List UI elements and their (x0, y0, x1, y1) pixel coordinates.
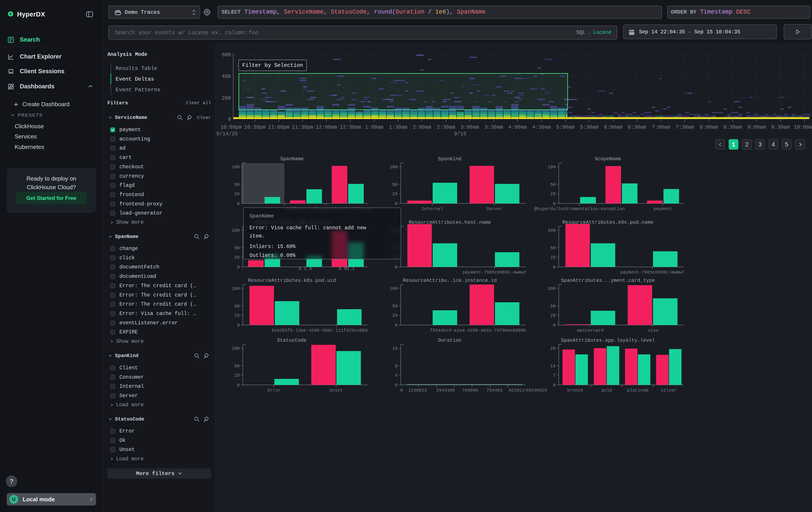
svg-text:99930810: 99930810 (526, 388, 547, 393)
svg-text:bronze: bronze (567, 388, 583, 393)
svg-text:2:00am: 2:00am (413, 125, 431, 130)
svg-text:25: 25 (392, 191, 398, 196)
svg-text:12:00am: 12:00am (316, 125, 337, 130)
svg-text:16: 16 (392, 346, 398, 351)
svg-text:f5344ec9-a1ea-4290-a62a-78f5be: f5344ec9-a1ea-4290-a62a-78f5bee8d90b (430, 328, 526, 333)
svg-text:ResourceAttributes.k8s.pod.uid: ResourceAttributes.k8s.pod.uid (248, 278, 336, 284)
svg-text:5:30am: 5:30am (580, 125, 599, 130)
svg-text:6:30am: 6:30am (628, 125, 646, 130)
svg-text:3:00am: 3:00am (461, 125, 479, 130)
svg-text:100: 100 (232, 346, 240, 351)
svg-text:11:00pm: 11:00pm (268, 125, 290, 130)
svg-text:50: 50 (550, 182, 556, 187)
svg-text:0.51.1: 0.51.1 (339, 266, 355, 271)
svg-text:5:00am: 5:00am (556, 125, 575, 130)
svg-text:1:30am: 1:30am (389, 125, 408, 130)
svg-text:8:30am: 8:30am (724, 125, 742, 130)
svg-text:9:30am: 9:30am (771, 125, 790, 130)
svg-text:platinum: platinum (627, 388, 648, 393)
svg-text:0: 0 (228, 116, 231, 122)
svg-text:7: 7 (553, 373, 556, 378)
svg-text:SpanKind: SpanKind (438, 156, 461, 162)
svg-text:4:30am: 4:30am (532, 125, 551, 130)
svg-text:SpanAttributes...yment.card_ty: SpanAttributes...yment.card_type (561, 278, 655, 284)
svg-text:ScopeName: ScopeName (595, 156, 621, 162)
svg-text:9:00am: 9:00am (748, 125, 766, 130)
svg-text:2944180: 2944180 (436, 388, 455, 393)
svg-text:100: 100 (232, 286, 240, 291)
svg-text:600: 600 (222, 52, 231, 58)
svg-text:gold: gold (601, 388, 612, 393)
svg-text:4:00am: 4:00am (509, 125, 527, 130)
svg-text:50: 50 (234, 182, 240, 187)
svg-text:25: 25 (234, 255, 240, 260)
svg-text:0: 0 (553, 383, 556, 388)
svg-text:0.1.0: 0.1.0 (299, 266, 312, 271)
svg-text:9/14/25: 9/14/25 (216, 131, 238, 137)
svg-text:25: 25 (550, 313, 556, 318)
svg-text:Error: Error (267, 388, 281, 393)
svg-text:0: 0 (237, 265, 240, 270)
svg-text:8:00am: 8:00am (700, 125, 718, 130)
svg-text:@hyperdx/instrumentation-excep: @hyperdx/instrumentation-exception (534, 206, 625, 212)
svg-text:10:00pm: 10:00pm (220, 125, 242, 130)
svg-text:0: 0 (237, 383, 240, 388)
svg-text:1198813: 1198813 (408, 388, 427, 393)
svg-text:7:00am: 7:00am (652, 125, 670, 130)
svg-text:822013: 822013 (509, 388, 525, 393)
svg-text:0: 0 (395, 265, 398, 270)
svg-text:14: 14 (550, 363, 556, 369)
svg-text:SpanAttributes.app.loyalty.lev: SpanAttributes.app.loyalty.level (561, 338, 655, 343)
svg-text:ResourceAttributes.host.name: ResourceAttributes.host.name (409, 220, 491, 225)
svg-text:100: 100 (548, 228, 556, 233)
svg-text:10:30pm: 10:30pm (244, 125, 266, 130)
svg-text:50: 50 (392, 182, 398, 187)
svg-text:7:30am: 7:30am (676, 125, 694, 130)
svg-text:25: 25 (550, 191, 556, 196)
svg-text:0: 0 (400, 388, 403, 393)
svg-text:100: 100 (389, 286, 398, 291)
svg-text:payment-7985c8969c-mwmw7: payment-7985c8969c-mwmw7 (462, 270, 526, 275)
svg-text:11:30pm: 11:30pm (292, 125, 314, 130)
svg-text:25: 25 (392, 313, 398, 318)
svg-text:25: 25 (234, 191, 240, 196)
svg-text:Unset: Unset (329, 388, 343, 393)
svg-text:mastercard: mastercard (577, 328, 604, 333)
svg-text:4: 4 (395, 373, 398, 378)
svg-text:703098: 703098 (462, 388, 478, 393)
svg-text:100: 100 (389, 164, 398, 170)
svg-text:50: 50 (234, 304, 240, 309)
svg-text:100: 100 (232, 228, 240, 233)
svg-text:50: 50 (392, 304, 398, 309)
svg-text:SpanName: SpanName (280, 156, 304, 162)
svg-text:25: 25 (234, 313, 240, 318)
svg-text:payment-7985c8969c-mwmw7: payment-7985c8969c-mwmw7 (620, 270, 685, 275)
svg-text:12:30am: 12:30am (340, 125, 361, 130)
svg-text:payment: payment (654, 206, 672, 212)
svg-text:50: 50 (550, 304, 556, 309)
svg-text:ResourceAttributes.k8s.pod.nam: ResourceAttributes.k8s.pod.name (562, 220, 653, 225)
svg-text:0: 0 (553, 265, 556, 270)
svg-text:Duration: Duration (438, 338, 462, 343)
svg-text:Server: Server (487, 206, 502, 212)
svg-text:759483: 759483 (487, 388, 502, 393)
svg-text:0: 0 (553, 323, 556, 328)
svg-text:6:00am: 6:00am (604, 125, 622, 130)
svg-text:200: 200 (222, 96, 231, 101)
svg-text:50: 50 (234, 246, 240, 251)
svg-text:0: 0 (553, 201, 556, 206)
svg-text:100: 100 (232, 164, 240, 170)
svg-text:Internal: Internal (422, 206, 443, 212)
svg-text:silver: silver (661, 388, 677, 393)
svg-text:10:00am: 10:00am (794, 125, 812, 130)
svg-text:5e02b5fb-13ae-4296-bbbc-111f42: 5e02b5fb-13ae-4296-bbbc-111f423c460d (271, 328, 368, 333)
svg-text:StatusCode: StatusCode (277, 338, 307, 343)
svg-text:3:30am: 3:30am (485, 125, 503, 130)
svg-text:visa: visa (648, 328, 658, 333)
svg-text:9/15: 9/15 (454, 131, 466, 137)
svg-text:0: 0 (395, 383, 398, 388)
svg-text:ResourceAttribu..ice.instance.: ResourceAttribu..ice.instance.id (403, 278, 497, 284)
svg-text:25: 25 (234, 373, 240, 378)
svg-text:0: 0 (395, 323, 398, 328)
svg-text:100: 100 (548, 286, 556, 291)
